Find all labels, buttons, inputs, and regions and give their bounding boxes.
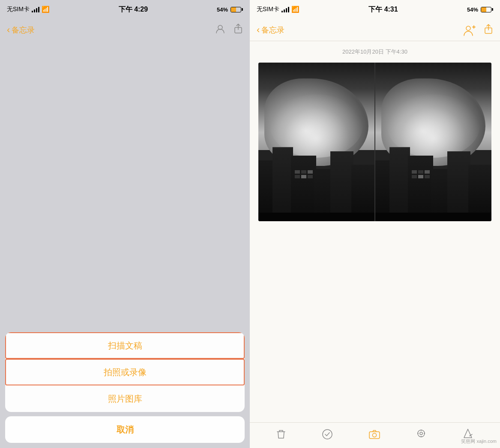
right-nav-icons bbox=[462, 24, 493, 36]
action-sheet-group: 扫描文稿 拍照或录像 照片图库 bbox=[5, 332, 245, 412]
wifi-icon: 📶 bbox=[42, 6, 50, 13]
share-icon[interactable] bbox=[234, 24, 243, 36]
right-battery-icon bbox=[481, 7, 493, 12]
note-content: 2022年10月20日 下午4:30 bbox=[250, 41, 500, 422]
left-carrier: 无SIM卡 📶 bbox=[7, 6, 50, 13]
right-nav-bar: ‹ 备忘录 bbox=[250, 19, 500, 41]
left-carrier-text: 无SIM卡 bbox=[7, 6, 30, 13]
contact-icon[interactable] bbox=[215, 24, 226, 36]
right-time: 下午 4:31 bbox=[368, 5, 398, 14]
right-back-chevron-icon: ‹ bbox=[257, 24, 260, 36]
battery-icon bbox=[231, 7, 243, 12]
city-panel-left bbox=[258, 63, 374, 221]
action-sheet: 扫描文稿 拍照或录像 照片图库 取消 bbox=[0, 329, 250, 448]
check-button[interactable] bbox=[322, 429, 333, 442]
left-nav-icons bbox=[215, 24, 243, 36]
svg-point-5 bbox=[323, 430, 332, 439]
right-share-icon[interactable] bbox=[484, 24, 493, 36]
svg-point-7 bbox=[372, 433, 376, 437]
right-panel: 无SIM卡 📶 下午 4:31 54% ‹ 备忘录 bbox=[250, 0, 500, 448]
camera-button[interactable] bbox=[368, 429, 380, 442]
left-status-bar: 无SIM卡 📶 下午 4:29 54% bbox=[0, 0, 250, 19]
left-time: 下午 4:29 bbox=[119, 5, 148, 14]
cancel-button[interactable]: 取消 bbox=[5, 416, 245, 443]
battery-percent: 54% bbox=[217, 6, 228, 13]
right-carrier: 无SIM卡 📶 bbox=[257, 6, 299, 13]
city-photo bbox=[258, 63, 491, 221]
delete-button[interactable] bbox=[276, 429, 286, 442]
add-contact-icon[interactable] bbox=[462, 24, 476, 36]
signal-icon bbox=[32, 6, 39, 12]
note-image bbox=[258, 63, 491, 221]
location-button[interactable] bbox=[416, 429, 426, 442]
city-panel-right bbox=[374, 63, 491, 221]
right-status-bar: 无SIM卡 📶 下午 4:31 54% bbox=[250, 0, 500, 19]
right-signal-icon bbox=[281, 6, 289, 12]
right-wifi-icon: 📶 bbox=[291, 6, 299, 13]
right-back-button[interactable]: ‹ 备忘录 bbox=[257, 24, 284, 36]
right-back-label: 备忘录 bbox=[261, 25, 284, 35]
left-battery-area: 54% bbox=[217, 6, 243, 13]
scan-document-button[interactable]: 扫描文稿 bbox=[5, 332, 245, 359]
svg-point-2 bbox=[466, 26, 470, 30]
left-back-label: 备忘录 bbox=[12, 25, 35, 35]
svg-point-8 bbox=[418, 430, 425, 437]
note-timestamp: 2022年10月20日 下午4:30 bbox=[258, 48, 491, 56]
watermark: 笑慈网 xajin.com bbox=[461, 438, 497, 445]
photo-library-button[interactable]: 照片图库 bbox=[5, 385, 245, 412]
buildings-left bbox=[258, 134, 374, 222]
back-chevron-icon: ‹ bbox=[7, 24, 10, 36]
left-nav-bar: ‹ 备忘录 bbox=[0, 19, 250, 41]
buildings-right bbox=[375, 134, 491, 222]
svg-rect-6 bbox=[369, 432, 380, 439]
right-battery-area: 54% bbox=[467, 6, 493, 13]
take-photo-button[interactable]: 拍照或录像 bbox=[5, 359, 245, 385]
svg-point-9 bbox=[420, 432, 422, 435]
right-battery-percent: 54% bbox=[467, 6, 478, 13]
right-carrier-text: 无SIM卡 bbox=[257, 6, 279, 13]
left-panel: 无SIM卡 📶 下午 4:29 54% ‹ 备忘录 bbox=[0, 0, 250, 448]
left-back-button[interactable]: ‹ 备忘录 bbox=[7, 24, 35, 36]
